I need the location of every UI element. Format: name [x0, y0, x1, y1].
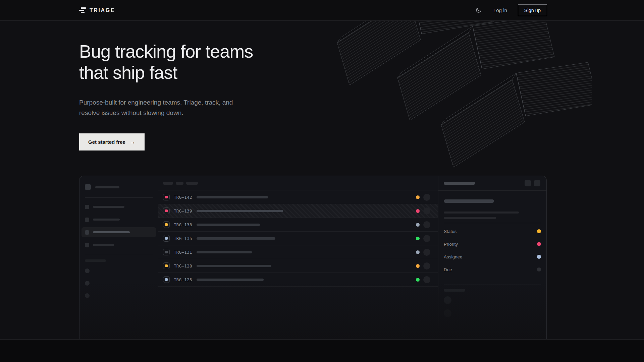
- issue-assignee-avatar: [423, 235, 430, 242]
- list-header: [158, 176, 438, 190]
- hero-title-line1: Bug tracking for teams: [79, 41, 253, 62]
- issue-row: TRG–135: [158, 232, 438, 245]
- hero-title: Bug tracking for teams that ship fast: [79, 41, 253, 83]
- detail-fields: Status Priority Assignee Due: [444, 225, 541, 276]
- nav-item-icon: [85, 205, 89, 209]
- arrow-right-icon: →: [130, 139, 136, 145]
- detail-text-placeholder: [444, 212, 519, 214]
- issue-title-placeholder: [197, 196, 268, 198]
- issue-checkbox-chip: [163, 235, 170, 242]
- detail-text-placeholder: [444, 217, 496, 219]
- issue-row: TRG–138: [158, 218, 438, 232]
- detail-breadcrumb-placeholder: [444, 182, 475, 185]
- login-link[interactable]: Log in: [493, 7, 507, 13]
- brand-text: TRIAGE: [90, 7, 115, 13]
- issue-assignee-avatar: [423, 249, 430, 256]
- field-value-dot: [537, 267, 541, 272]
- filter-pill-placeholder: [176, 182, 183, 185]
- moon-icon: [475, 7, 482, 13]
- issue-row: TRG–128: [158, 259, 438, 273]
- field-label: Due: [444, 267, 452, 272]
- sidebar-nav-item: [82, 240, 156, 250]
- sidebar-divider: [85, 197, 153, 198]
- sidebar-dot: [85, 293, 90, 298]
- signup-button[interactable]: Sign up: [518, 4, 547, 16]
- hero-subtitle: Purpose-built for engineering teams. Tri…: [79, 97, 233, 118]
- sidebar-nav-item: [82, 215, 156, 225]
- issue-assignee-avatar: [423, 276, 430, 283]
- issue-assignee-avatar: [423, 221, 430, 228]
- nav-item-label-placeholder: [93, 244, 114, 246]
- nav-item-icon: [85, 230, 89, 235]
- detail-action-button-placeholder: [534, 180, 540, 186]
- preview-issue-list: TRG–142 TRG–139 TRG–138: [158, 176, 438, 340]
- issue-title-placeholder: [197, 210, 283, 212]
- issue-checkbox-chip: [163, 194, 170, 200]
- workspace-name-placeholder: [95, 186, 119, 188]
- nav-item-label-placeholder: [93, 219, 120, 221]
- detail-field-row: Due: [444, 263, 541, 276]
- get-started-button[interactable]: Get started free →: [79, 133, 145, 150]
- issue-title-placeholder: [197, 224, 260, 226]
- nav-item-label-placeholder: [93, 206, 124, 208]
- issue-status-dot: [416, 223, 420, 227]
- issue-id: TRG–139: [174, 208, 193, 214]
- detail-field-row: Assignee: [444, 250, 541, 263]
- issue-status-dot: [416, 237, 420, 240]
- logo-icon: [79, 7, 86, 13]
- activity-avatar-placeholder: [444, 296, 451, 304]
- activity-section-placeholder: [444, 289, 465, 292]
- issue-checkbox-chip: [163, 262, 170, 269]
- navbar: TRIAGE Log in Sign up: [0, 0, 644, 21]
- issue-row: TRG–139: [158, 204, 438, 218]
- issue-assignee-avatar: [423, 194, 430, 201]
- issue-checkbox-chip: [163, 249, 170, 255]
- hero-subtitle-line1: Purpose-built for engineering teams. Tri…: [79, 97, 233, 108]
- issue-id: TRG–138: [174, 222, 193, 227]
- field-value-dot: [537, 255, 541, 259]
- detail-header: [438, 176, 546, 191]
- nav-item-label-placeholder: [93, 231, 130, 233]
- field-label: Status: [444, 229, 457, 234]
- filter-pill-placeholder: [163, 182, 173, 185]
- detail-title-placeholder: [444, 199, 494, 203]
- theme-toggle-button[interactable]: [475, 6, 483, 14]
- hero-title-line2: that ship fast: [79, 62, 253, 83]
- workspace-row: [85, 184, 153, 190]
- app-preview-card: TRG–142 TRG–139 TRG–138: [79, 176, 547, 340]
- workspace-icon: [85, 184, 91, 190]
- nav-actions: Log in Sign up: [475, 4, 547, 16]
- issue-checkbox-chip: [163, 276, 170, 283]
- issue-assignee-avatar: [423, 207, 430, 215]
- sidebar-dot: [85, 268, 90, 273]
- get-started-label: Get started free: [88, 139, 125, 145]
- field-value-dot: [537, 242, 541, 246]
- sidebar-dot: [85, 281, 90, 286]
- detail-divider: [444, 285, 541, 285]
- brand[interactable]: TRIAGE: [79, 7, 115, 13]
- preview-sidebar: [79, 176, 158, 340]
- issue-status-dot: [416, 278, 420, 282]
- preview-detail-panel: Status Priority Assignee Due: [438, 176, 546, 340]
- hero-section: Bug tracking for teams that ship fast Pu…: [0, 21, 644, 340]
- field-value-dot: [537, 229, 541, 233]
- detail-field-row: Priority: [444, 238, 541, 250]
- issue-id: TRG–128: [174, 263, 193, 268]
- field-label: Priority: [444, 242, 458, 247]
- sidebar-nav: [85, 202, 153, 250]
- issue-status-dot: [416, 195, 420, 199]
- detail-action-button-placeholder: [525, 180, 531, 186]
- issue-row: TRG–131: [158, 245, 438, 259]
- sidebar-nav-item: [82, 202, 156, 212]
- issue-title-placeholder: [197, 279, 264, 281]
- filter-pill-placeholder: [186, 182, 198, 185]
- detail-field-row: Status: [444, 225, 541, 238]
- footer: [0, 340, 644, 362]
- issue-title-placeholder: [197, 265, 271, 267]
- issue-id: TRG–125: [174, 277, 193, 282]
- detail-actions: [525, 180, 540, 186]
- issue-id: TRG–135: [174, 236, 193, 241]
- field-label: Assignee: [444, 254, 463, 259]
- issue-rows: TRG–142 TRG–139 TRG–138: [158, 190, 438, 287]
- issue-status-dot: [416, 209, 420, 213]
